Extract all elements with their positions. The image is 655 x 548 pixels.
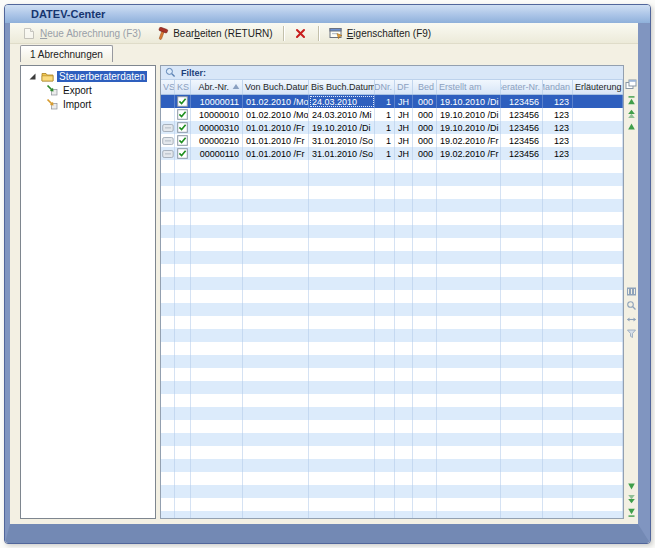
loeschen-button[interactable] xyxy=(287,26,315,41)
tab-abrechnungen[interactable]: 1 Abrechnungen xyxy=(20,45,113,62)
scroll-bottom-icon[interactable] xyxy=(625,506,637,518)
filter-magnifier-icon[interactable] xyxy=(164,67,177,79)
column-header-von[interactable]: Von Buch.Datum xyxy=(243,80,309,94)
cell-df[interactable]: JH xyxy=(395,147,413,160)
cell-erl[interactable] xyxy=(573,108,623,121)
cell-bed[interactable]: 000 xyxy=(413,147,437,160)
cell-dnr[interactable]: 1 xyxy=(375,95,395,108)
neue-abrechnung-button[interactable]: Neue Abrechnung (F3) xyxy=(15,26,148,41)
cell-berater[interactable]: 123456 xyxy=(501,134,543,147)
cell-df[interactable]: JH xyxy=(395,121,413,134)
scroll-down-icon[interactable] xyxy=(625,480,637,492)
cell-abr[interactable]: 10000011 xyxy=(191,95,243,108)
column-header-abr[interactable]: Abr.-Nr. xyxy=(191,80,243,94)
checkbox-checked-icon[interactable] xyxy=(176,135,189,147)
tree-item-steuerberaterdaten[interactable]: Steuerberaterdaten xyxy=(21,69,155,83)
cell-abr[interactable]: 00000210 xyxy=(191,134,243,147)
cell-erstellt[interactable]: 19.10.2010 /Di xyxy=(437,95,501,108)
column-header-erstellt[interactable]: Erstellt am xyxy=(437,80,501,94)
column-header-vs[interactable]: VS xyxy=(161,80,175,94)
cell-von[interactable]: 01.01.2010 /Fr xyxy=(243,147,309,160)
cell-abr[interactable]: 00000110 xyxy=(191,147,243,160)
cell-abr[interactable]: 00000310 xyxy=(191,121,243,134)
search-icon[interactable] xyxy=(625,299,637,311)
cell-dnr[interactable]: 1 xyxy=(375,108,395,121)
cell-ks[interactable] xyxy=(175,108,191,121)
cell-erstellt[interactable]: 19.10.2010 /Di xyxy=(437,121,501,134)
cell-bis[interactable]: 31.01.2010 /So xyxy=(309,147,375,160)
column-header-erl[interactable]: Erläuterung xyxy=(573,80,623,94)
cell-abr[interactable]: 10000010 xyxy=(191,108,243,121)
scroll-page-down-icon[interactable] xyxy=(625,493,637,505)
fit-width-icon[interactable] xyxy=(625,313,637,325)
cell-von[interactable]: 01.01.2010 /Fr xyxy=(243,121,309,134)
cell-berater[interactable]: 123456 xyxy=(501,108,543,121)
cell-bis[interactable]: 24.03.2010 xyxy=(309,95,375,108)
scroll-page-up-icon[interactable] xyxy=(625,107,637,119)
cell-berater[interactable]: 123456 xyxy=(501,121,543,134)
cell-dnr[interactable]: 1 xyxy=(375,147,395,160)
cell-erl[interactable] xyxy=(573,147,623,160)
cell-dnr[interactable]: 1 xyxy=(375,134,395,147)
column-header-dnr[interactable]: DNr. xyxy=(375,80,395,94)
eigenschaften-button[interactable]: Eigenschaften (F9) xyxy=(322,26,439,41)
cell-df[interactable]: JH xyxy=(395,134,413,147)
cell-bis[interactable]: 19.10.2010 /Di xyxy=(309,121,375,134)
cell-mandan[interactable]: 123 xyxy=(543,108,573,121)
cell-berater[interactable]: 123456 xyxy=(501,95,543,108)
cell-mandan[interactable]: 123 xyxy=(543,95,573,108)
filter-funnel-icon[interactable] xyxy=(625,327,637,339)
cell-erl[interactable] xyxy=(573,95,623,108)
cell-von[interactable]: 01.01.2010 /Fr xyxy=(243,134,309,147)
tree-item-export[interactable]: Export xyxy=(21,83,155,97)
cell-dnr[interactable]: 1 xyxy=(375,121,395,134)
column-chooser-icon[interactable] xyxy=(625,78,637,90)
cell-erl[interactable] xyxy=(573,134,623,147)
cell-bed[interactable]: 000 xyxy=(413,95,437,108)
cell-vs[interactable] xyxy=(161,121,175,134)
cell-bed[interactable]: 000 xyxy=(413,108,437,121)
cell-ks[interactable] xyxy=(175,147,191,160)
cell-von[interactable]: 01.02.2010 /Mo xyxy=(243,108,309,121)
column-header-ks[interactable]: KS xyxy=(175,80,191,94)
column-header-bed[interactable]: Bed xyxy=(413,80,437,94)
checkbox-checked-icon[interactable] xyxy=(176,148,189,160)
cell-vs[interactable] xyxy=(161,134,175,147)
checkbox-checked-icon[interactable] xyxy=(176,122,189,134)
cell-vs[interactable] xyxy=(161,95,175,108)
empty-cell xyxy=(375,329,395,342)
column-header-berater[interactable]: Berater-Nr. xyxy=(501,80,543,94)
checkbox-checked-icon[interactable] xyxy=(176,96,189,108)
tree-item-import[interactable]: Import xyxy=(21,97,155,111)
expander-open-icon[interactable] xyxy=(25,70,38,82)
column-header-bis[interactable]: Bis Buch.Datum xyxy=(309,80,375,94)
cell-df[interactable]: JH xyxy=(395,108,413,121)
cell-ks[interactable] xyxy=(175,134,191,147)
cell-mandan[interactable]: 123 xyxy=(543,134,573,147)
cell-erstellt[interactable]: 19.02.2010 /Fr xyxy=(437,147,501,160)
cell-berater[interactable]: 123456 xyxy=(501,147,543,160)
cell-ks[interactable] xyxy=(175,121,191,134)
bearbeiten-button[interactable]: Bearbeiten (RETURN) xyxy=(148,26,279,41)
cell-ks[interactable] xyxy=(175,95,191,108)
column-header-df[interactable]: DF xyxy=(395,80,413,94)
checkbox-checked-icon[interactable] xyxy=(176,109,189,121)
cell-vs[interactable] xyxy=(161,147,175,160)
cell-mandan[interactable]: 123 xyxy=(543,121,573,134)
cell-bis[interactable]: 24.03.2010 /Mi xyxy=(309,108,375,121)
cell-erl[interactable] xyxy=(573,121,623,134)
scroll-up-icon[interactable] xyxy=(625,120,637,132)
cell-bed[interactable]: 000 xyxy=(413,121,437,134)
cell-vs[interactable] xyxy=(161,108,175,121)
cell-df[interactable]: JH xyxy=(395,95,413,108)
cell-von[interactable]: 01.02.2010 /Mo xyxy=(243,95,309,108)
cell-erstellt[interactable]: 19.10.2010 /Di xyxy=(437,108,501,121)
scroll-top-icon[interactable] xyxy=(625,94,637,106)
cell-bed[interactable]: 000 xyxy=(413,134,437,147)
cell-bis[interactable]: 31.01.2010 /So xyxy=(309,134,375,147)
cell-mandan[interactable]: 123 xyxy=(543,147,573,160)
cell-erstellt[interactable]: 19.02.2010 /Fr xyxy=(437,134,501,147)
window-titlebar[interactable]: DATEV-Center xyxy=(5,5,650,23)
columns-icon[interactable] xyxy=(625,285,637,297)
column-header-mandan[interactable]: Mandan xyxy=(543,80,573,94)
